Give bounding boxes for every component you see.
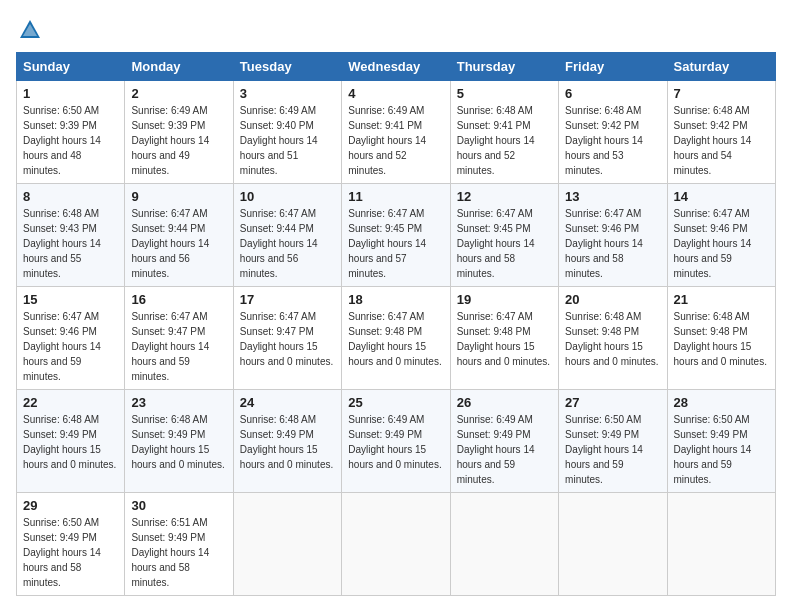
day-number: 12 — [457, 189, 552, 204]
day-number: 17 — [240, 292, 335, 307]
calendar-cell: 22 Sunrise: 6:48 AM Sunset: 9:49 PM Dayl… — [17, 390, 125, 493]
calendar-cell: 10 Sunrise: 6:47 AM Sunset: 9:44 PM Dayl… — [233, 184, 341, 287]
logo — [16, 16, 48, 44]
calendar-cell: 18 Sunrise: 6:47 AM Sunset: 9:48 PM Dayl… — [342, 287, 450, 390]
day-number: 15 — [23, 292, 118, 307]
day-info: Sunrise: 6:47 AM Sunset: 9:45 PM Dayligh… — [348, 206, 443, 281]
calendar-cell: 2 Sunrise: 6:49 AM Sunset: 9:39 PM Dayli… — [125, 81, 233, 184]
col-saturday: Saturday — [667, 53, 775, 81]
calendar-cell: 24 Sunrise: 6:48 AM Sunset: 9:49 PM Dayl… — [233, 390, 341, 493]
day-number: 25 — [348, 395, 443, 410]
calendar-cell: 15 Sunrise: 6:47 AM Sunset: 9:46 PM Dayl… — [17, 287, 125, 390]
calendar-cell: 17 Sunrise: 6:47 AM Sunset: 9:47 PM Dayl… — [233, 287, 341, 390]
day-info: Sunrise: 6:48 AM Sunset: 9:49 PM Dayligh… — [23, 412, 118, 472]
calendar-week-2: 15 Sunrise: 6:47 AM Sunset: 9:46 PM Dayl… — [17, 287, 776, 390]
calendar-table: Sunday Monday Tuesday Wednesday Thursday… — [16, 52, 776, 596]
day-number: 5 — [457, 86, 552, 101]
day-number: 6 — [565, 86, 660, 101]
day-info: Sunrise: 6:49 AM Sunset: 9:39 PM Dayligh… — [131, 103, 226, 178]
day-info: Sunrise: 6:50 AM Sunset: 9:39 PM Dayligh… — [23, 103, 118, 178]
col-wednesday: Wednesday — [342, 53, 450, 81]
calendar-cell: 12 Sunrise: 6:47 AM Sunset: 9:45 PM Dayl… — [450, 184, 558, 287]
calendar-cell: 1 Sunrise: 6:50 AM Sunset: 9:39 PM Dayli… — [17, 81, 125, 184]
day-number: 23 — [131, 395, 226, 410]
page-header — [16, 16, 776, 44]
day-info: Sunrise: 6:47 AM Sunset: 9:44 PM Dayligh… — [131, 206, 226, 281]
calendar-cell: 16 Sunrise: 6:47 AM Sunset: 9:47 PM Dayl… — [125, 287, 233, 390]
calendar-cell: 3 Sunrise: 6:49 AM Sunset: 9:40 PM Dayli… — [233, 81, 341, 184]
logo-icon — [16, 16, 44, 44]
day-number: 3 — [240, 86, 335, 101]
day-info: Sunrise: 6:47 AM Sunset: 9:47 PM Dayligh… — [240, 309, 335, 369]
day-info: Sunrise: 6:48 AM Sunset: 9:49 PM Dayligh… — [131, 412, 226, 472]
day-number: 20 — [565, 292, 660, 307]
calendar-cell: 6 Sunrise: 6:48 AM Sunset: 9:42 PM Dayli… — [559, 81, 667, 184]
calendar-cell: 14 Sunrise: 6:47 AM Sunset: 9:46 PM Dayl… — [667, 184, 775, 287]
day-number: 14 — [674, 189, 769, 204]
header-row: Sunday Monday Tuesday Wednesday Thursday… — [17, 53, 776, 81]
calendar-cell: 19 Sunrise: 6:47 AM Sunset: 9:48 PM Dayl… — [450, 287, 558, 390]
day-info: Sunrise: 6:47 AM Sunset: 9:48 PM Dayligh… — [348, 309, 443, 369]
calendar-cell: 7 Sunrise: 6:48 AM Sunset: 9:42 PM Dayli… — [667, 81, 775, 184]
day-info: Sunrise: 6:49 AM Sunset: 9:40 PM Dayligh… — [240, 103, 335, 178]
day-number: 26 — [457, 395, 552, 410]
day-info: Sunrise: 6:47 AM Sunset: 9:45 PM Dayligh… — [457, 206, 552, 281]
day-number: 30 — [131, 498, 226, 513]
col-monday: Monday — [125, 53, 233, 81]
col-tuesday: Tuesday — [233, 53, 341, 81]
day-info: Sunrise: 6:50 AM Sunset: 9:49 PM Dayligh… — [674, 412, 769, 487]
calendar-cell: 8 Sunrise: 6:48 AM Sunset: 9:43 PM Dayli… — [17, 184, 125, 287]
calendar-week-0: 1 Sunrise: 6:50 AM Sunset: 9:39 PM Dayli… — [17, 81, 776, 184]
calendar-cell — [559, 493, 667, 596]
day-number: 1 — [23, 86, 118, 101]
day-info: Sunrise: 6:48 AM Sunset: 9:43 PM Dayligh… — [23, 206, 118, 281]
day-number: 4 — [348, 86, 443, 101]
day-number: 9 — [131, 189, 226, 204]
day-number: 18 — [348, 292, 443, 307]
day-info: Sunrise: 6:47 AM Sunset: 9:47 PM Dayligh… — [131, 309, 226, 384]
calendar-cell: 21 Sunrise: 6:48 AM Sunset: 9:48 PM Dayl… — [667, 287, 775, 390]
day-info: Sunrise: 6:48 AM Sunset: 9:41 PM Dayligh… — [457, 103, 552, 178]
day-number: 10 — [240, 189, 335, 204]
day-info: Sunrise: 6:48 AM Sunset: 9:42 PM Dayligh… — [565, 103, 660, 178]
day-number: 7 — [674, 86, 769, 101]
day-number: 29 — [23, 498, 118, 513]
calendar-week-4: 29 Sunrise: 6:50 AM Sunset: 9:49 PM Dayl… — [17, 493, 776, 596]
day-info: Sunrise: 6:50 AM Sunset: 9:49 PM Dayligh… — [565, 412, 660, 487]
day-info: Sunrise: 6:49 AM Sunset: 9:41 PM Dayligh… — [348, 103, 443, 178]
day-number: 24 — [240, 395, 335, 410]
day-info: Sunrise: 6:49 AM Sunset: 9:49 PM Dayligh… — [457, 412, 552, 487]
day-info: Sunrise: 6:47 AM Sunset: 9:46 PM Dayligh… — [565, 206, 660, 281]
day-number: 16 — [131, 292, 226, 307]
calendar-cell — [342, 493, 450, 596]
calendar-cell: 26 Sunrise: 6:49 AM Sunset: 9:49 PM Dayl… — [450, 390, 558, 493]
day-number: 28 — [674, 395, 769, 410]
calendar-week-1: 8 Sunrise: 6:48 AM Sunset: 9:43 PM Dayli… — [17, 184, 776, 287]
calendar-cell: 20 Sunrise: 6:48 AM Sunset: 9:48 PM Dayl… — [559, 287, 667, 390]
calendar-cell: 9 Sunrise: 6:47 AM Sunset: 9:44 PM Dayli… — [125, 184, 233, 287]
day-number: 8 — [23, 189, 118, 204]
calendar-cell: 28 Sunrise: 6:50 AM Sunset: 9:49 PM Dayl… — [667, 390, 775, 493]
calendar-cell: 29 Sunrise: 6:50 AM Sunset: 9:49 PM Dayl… — [17, 493, 125, 596]
day-info: Sunrise: 6:47 AM Sunset: 9:46 PM Dayligh… — [674, 206, 769, 281]
calendar-cell: 27 Sunrise: 6:50 AM Sunset: 9:49 PM Dayl… — [559, 390, 667, 493]
calendar-cell: 4 Sunrise: 6:49 AM Sunset: 9:41 PM Dayli… — [342, 81, 450, 184]
day-number: 27 — [565, 395, 660, 410]
calendar-cell: 5 Sunrise: 6:48 AM Sunset: 9:41 PM Dayli… — [450, 81, 558, 184]
day-number: 11 — [348, 189, 443, 204]
calendar-cell — [667, 493, 775, 596]
day-info: Sunrise: 6:50 AM Sunset: 9:49 PM Dayligh… — [23, 515, 118, 590]
col-thursday: Thursday — [450, 53, 558, 81]
day-info: Sunrise: 6:47 AM Sunset: 9:44 PM Dayligh… — [240, 206, 335, 281]
day-info: Sunrise: 6:48 AM Sunset: 9:48 PM Dayligh… — [565, 309, 660, 369]
day-info: Sunrise: 6:47 AM Sunset: 9:48 PM Dayligh… — [457, 309, 552, 369]
day-info: Sunrise: 6:48 AM Sunset: 9:48 PM Dayligh… — [674, 309, 769, 369]
day-number: 13 — [565, 189, 660, 204]
calendar-cell: 23 Sunrise: 6:48 AM Sunset: 9:49 PM Dayl… — [125, 390, 233, 493]
calendar-week-3: 22 Sunrise: 6:48 AM Sunset: 9:49 PM Dayl… — [17, 390, 776, 493]
day-info: Sunrise: 6:47 AM Sunset: 9:46 PM Dayligh… — [23, 309, 118, 384]
col-friday: Friday — [559, 53, 667, 81]
day-number: 2 — [131, 86, 226, 101]
day-info: Sunrise: 6:51 AM Sunset: 9:49 PM Dayligh… — [131, 515, 226, 590]
calendar-cell: 11 Sunrise: 6:47 AM Sunset: 9:45 PM Dayl… — [342, 184, 450, 287]
